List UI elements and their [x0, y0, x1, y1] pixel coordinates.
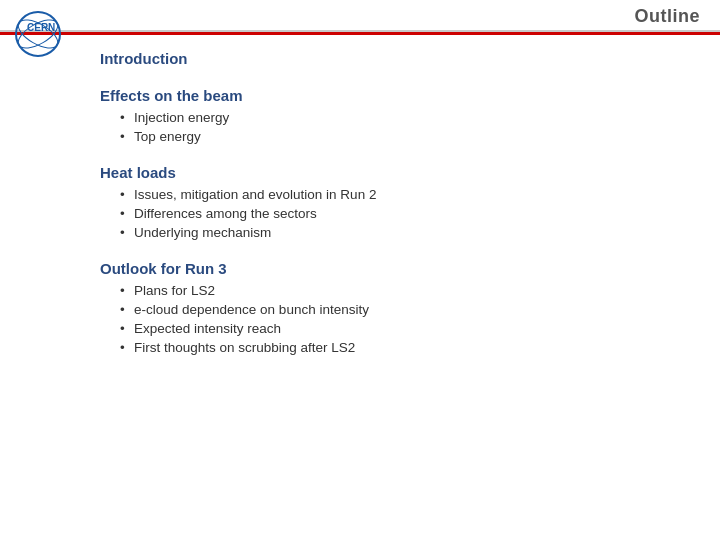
list-item: Expected intensity reach	[120, 321, 700, 336]
section-title-0: Effects on the beam	[100, 87, 700, 104]
list-item: First thoughts on scrubbing after LS2	[120, 340, 700, 355]
list-item: Differences among the sectors	[120, 206, 700, 221]
section-list-0: Injection energyTop energy	[100, 110, 700, 144]
list-item: Top energy	[120, 129, 700, 144]
list-item: Underlying mechanism	[120, 225, 700, 240]
section-title-1: Heat loads	[100, 164, 700, 181]
header-bar: Outline	[0, 0, 720, 32]
cern-logo: CERN	[10, 6, 70, 61]
introduction-section: Introduction	[100, 50, 700, 67]
section-0: Effects on the beamInjection energyTop e…	[100, 87, 700, 144]
sections-container: Effects on the beamInjection energyTop e…	[100, 87, 700, 355]
list-item: Issues, mitigation and evolution in Run …	[120, 187, 700, 202]
introduction-title: Introduction	[100, 50, 700, 67]
accent-line	[0, 32, 720, 35]
section-list-2: Plans for LS2e-cloud dependence on bunch…	[100, 283, 700, 355]
list-item: e-cloud dependence on bunch intensity	[120, 302, 700, 317]
page-title: Outline	[635, 6, 701, 27]
section-title-2: Outlook for Run 3	[100, 260, 700, 277]
section-2: Outlook for Run 3Plans for LS2e-cloud de…	[100, 260, 700, 355]
section-1: Heat loadsIssues, mitigation and evoluti…	[100, 164, 700, 240]
list-item: Plans for LS2	[120, 283, 700, 298]
main-content: Introduction Effects on the beamInjectio…	[100, 50, 700, 520]
section-list-1: Issues, mitigation and evolution in Run …	[100, 187, 700, 240]
list-item: Injection energy	[120, 110, 700, 125]
